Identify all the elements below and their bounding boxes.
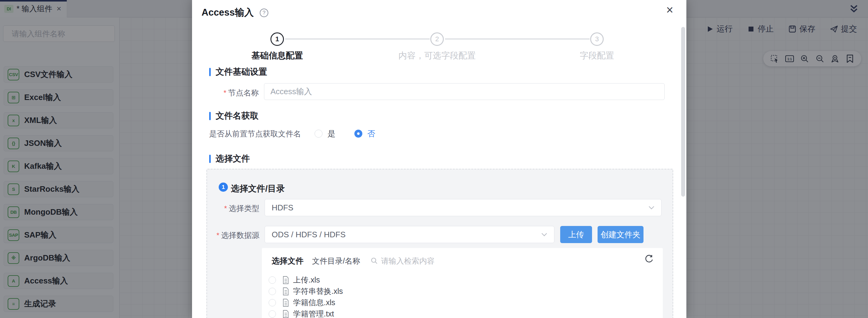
file-row[interactable]: 上传.xls — [262, 274, 663, 286]
file-row[interactable]: 学籍信息.xls — [262, 297, 663, 308]
datasource-select-value: ODS / HDFS / HDFS — [272, 230, 541, 239]
section-title: 选择文件 — [216, 153, 250, 165]
required-mark: * — [217, 231, 219, 239]
step-number: 1 — [275, 35, 279, 43]
radio-no-label[interactable]: 否 — [367, 129, 375, 139]
step-3-circle[interactable]: 3 — [590, 32, 604, 46]
file-name: 学籍信息.xls — [293, 297, 335, 308]
file-search-input[interactable] — [381, 256, 528, 266]
panel-step-badge: 1 — [219, 182, 228, 192]
create-folder-button[interactable]: 创建文件夹 — [597, 226, 644, 243]
file-browser-column-label: 文件目录/名称 — [312, 256, 360, 266]
file-search-box[interactable] — [371, 256, 542, 266]
file-browser-header: 选择文件 文件目录/名称 — [262, 255, 663, 267]
section-accent-bar — [209, 155, 211, 163]
help-mark: ? — [262, 10, 265, 16]
filename-question-row: 是否从前置节点获取文件名 是 否 — [209, 129, 375, 139]
section-title: 文件基础设置 — [216, 66, 267, 78]
document-icon — [283, 310, 289, 318]
step-2-label: 内容，可选字段配置 — [376, 50, 498, 62]
step-number: 3 — [595, 35, 599, 43]
step-2-circle[interactable]: 2 — [430, 32, 444, 46]
modal-close-icon[interactable]: × — [666, 4, 673, 16]
file-radio[interactable] — [269, 288, 276, 295]
type-label: *选择类型 — [214, 203, 259, 213]
radio-no[interactable] — [354, 130, 362, 138]
chevron-down-icon — [541, 233, 547, 236]
access-input-modal: Access输入 ? × 1 2 3 基础信息配置 内容，可选字段配置 字段配置… — [192, 0, 686, 318]
modal-scrollbar-thumb[interactable] — [681, 27, 685, 197]
file-browser-title: 选择文件 — [272, 256, 304, 266]
upload-button[interactable]: 上传 — [560, 226, 592, 243]
filename-question-label: 是否从前置节点获取文件名 — [209, 129, 301, 139]
file-name: 学籍管理.txt — [293, 309, 334, 318]
document-icon — [283, 276, 289, 284]
file-radio[interactable] — [269, 276, 276, 284]
document-icon — [283, 287, 289, 295]
datasource-select[interactable]: ODS / HDFS / HDFS — [265, 226, 554, 243]
file-name: 上传.xls — [293, 275, 320, 285]
step-1-label: 基础信息配置 — [231, 50, 323, 62]
node-name-label: *节点名称 — [200, 88, 259, 98]
type-select[interactable]: HDFS — [265, 199, 661, 216]
step-3-label: 字段配置 — [551, 50, 643, 62]
radio-yes[interactable] — [315, 130, 322, 138]
step-1-circle[interactable]: 1 — [271, 32, 284, 46]
refresh-icon[interactable] — [644, 255, 654, 264]
file-row[interactable]: 学籍管理.txt — [262, 308, 663, 318]
chevron-down-icon — [648, 206, 654, 209]
file-row[interactable]: 字符串替换.xls — [262, 286, 663, 297]
step-connector — [285, 38, 430, 39]
step-number: 2 — [435, 35, 439, 43]
select-file-panel: 1 选择文件/目录 *选择类型 HDFS *选择数据源 ODS / HDFS /… — [207, 169, 673, 318]
help-icon[interactable]: ? — [260, 8, 268, 17]
required-mark: * — [224, 204, 227, 213]
section-select-file: 选择文件 — [209, 153, 250, 165]
panel-title: 选择文件/目录 — [231, 183, 285, 195]
file-radio[interactable] — [269, 299, 276, 306]
type-select-value: HDFS — [272, 203, 648, 213]
file-name: 字符串替换.xls — [293, 286, 343, 296]
section-accent-bar — [209, 112, 211, 120]
section-accent-bar — [209, 68, 211, 76]
modal-title: Access输入 — [202, 6, 254, 19]
file-browser-card: 选择文件 文件目录/名称 — [262, 248, 663, 318]
required-mark: * — [224, 89, 226, 97]
node-name-input[interactable] — [264, 83, 664, 100]
section-title: 文件名获取 — [216, 110, 258, 122]
section-filename: 文件名获取 — [209, 110, 258, 122]
document-icon — [283, 299, 289, 307]
radio-yes-label[interactable]: 是 — [328, 129, 335, 139]
search-icon — [371, 257, 378, 264]
file-radio[interactable] — [269, 310, 276, 318]
datasource-label: *选择数据源 — [214, 230, 259, 240]
section-basic-settings: 文件基础设置 — [209, 66, 267, 78]
step-connector — [445, 38, 590, 39]
